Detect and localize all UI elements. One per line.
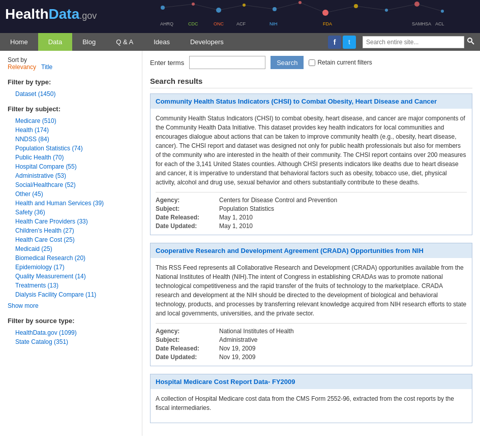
svg-line-30: [472, 42, 474, 45]
svg-line-12: [193, 4, 219, 10]
filter-health-care-providers[interactable]: Health Care Providers (33): [15, 218, 88, 225]
filter-epidemiology[interactable]: Epidemiology (17): [15, 264, 65, 271]
subject-value-1: Population Statistics: [219, 205, 467, 212]
list-item: Health (174): [15, 126, 134, 134]
subject-label-1: Subject:: [156, 205, 217, 212]
filter-quality-measurement[interactable]: Quality Measurement (14): [15, 273, 86, 280]
result-title-3[interactable]: Hospital Medicare Cost Report Data- FY20…: [156, 378, 295, 386]
list-item: Public Health (70): [15, 153, 134, 161]
logo-gov: .gov: [79, 11, 97, 21]
result-card-2-header: Cooperative Research and Development Agr…: [151, 243, 472, 258]
header: HealthData.gov AHRQ: [0, 0, 480, 33]
nav-ideas[interactable]: Ideas: [143, 33, 180, 51]
nav-developers[interactable]: Developers: [180, 33, 234, 51]
svg-text:AHRQ: AHRQ: [160, 21, 173, 26]
nav-blog[interactable]: Blog: [72, 33, 106, 51]
list-item: State Catalog (351): [15, 338, 134, 345]
result-title-2[interactable]: Cooperative Research and Development Agr…: [156, 247, 424, 254]
svg-line-11: [163, 4, 193, 8]
svg-point-29: [468, 38, 472, 42]
result-desc-1: Community Health Status Indicators (CHSI…: [156, 114, 467, 187]
nav-home[interactable]: Home: [0, 33, 38, 51]
sort-section: Sort by Relevancy Title: [8, 56, 134, 71]
filter-administrative[interactable]: Administrative (53): [15, 172, 66, 179]
list-item: Health and Human Services (39): [15, 199, 134, 207]
filter-public-health[interactable]: Public Health (70): [15, 154, 64, 161]
filter-dataset[interactable]: Dataset (1450): [15, 90, 55, 98]
search-results-title: Search results: [150, 77, 472, 88]
filter-subject-title: Filter by subject:: [8, 105, 134, 113]
filter-other[interactable]: Other (45): [15, 190, 43, 198]
filter-population-statistics[interactable]: Population Statistics (74): [15, 145, 83, 152]
date-updated-label-1: Date Updated:: [156, 222, 217, 230]
social-icons: f t: [328, 36, 356, 49]
filter-safety[interactable]: Safety (36): [15, 209, 45, 216]
sort-links: Relevancy Title: [8, 63, 134, 71]
list-item: Quality Measurement (14): [15, 272, 134, 280]
svg-line-19: [386, 4, 417, 10]
sort-title[interactable]: Title: [41, 63, 52, 71]
twitter-icon[interactable]: t: [343, 36, 356, 49]
list-item: Other (45): [15, 190, 134, 198]
result-card-2-body: This RSS Feed represents all Collaborati…: [151, 258, 472, 366]
result-title-1[interactable]: Community Health Status Indicators (CHSI…: [156, 98, 437, 105]
result-desc-3: A collection of Hospital Medicare cost d…: [156, 394, 467, 412]
site-search-button[interactable]: [467, 37, 475, 47]
date-released-label-1: Date Released:: [156, 214, 217, 221]
search-bar: Enter terms Search Retain current filter…: [150, 56, 472, 69]
result-meta-1: Agency: Centers for Disease Control and …: [156, 192, 467, 230]
result-meta-2: Agency: National Institutes of Health Su…: [156, 323, 467, 361]
date-released-label-2: Date Released:: [156, 345, 217, 352]
date-released-value-1: May 1, 2010: [219, 214, 467, 221]
retain-label: Retain current filters: [309, 59, 372, 66]
filter-nndss[interactable]: NNDSS (84): [15, 136, 49, 143]
filter-state-catalog[interactable]: State Catalog (351): [15, 338, 68, 345]
site-search-input[interactable]: [363, 36, 464, 48]
result-card-1-body: Community Health Status Indicators (CHSI…: [151, 109, 472, 235]
main-content: Sort by Relevancy Title Filter by type: …: [0, 51, 480, 436]
result-card-1-header: Community Health Status Indicators (CHSI…: [151, 94, 472, 109]
date-released-value-2: Nov 19, 2009: [219, 345, 467, 352]
enter-terms-label: Enter terms: [150, 59, 184, 67]
list-item: Medicaid (25): [15, 245, 134, 252]
filter-medicaid[interactable]: Medicaid (25): [15, 245, 52, 252]
list-item: Treatments (13): [15, 281, 134, 289]
svg-line-13: [219, 5, 244, 10]
filter-health-human-services[interactable]: Health and Human Services (39): [15, 200, 104, 207]
filter-medicare[interactable]: Medicare (510): [15, 117, 56, 124]
svg-text:FDA: FDA: [323, 21, 332, 26]
show-more-link[interactable]: Show more: [8, 302, 39, 309]
filter-subject-section: Filter by subject: Medicare (510) Health…: [8, 105, 134, 309]
result-desc-2: This RSS Feed represents all Collaborati…: [156, 263, 467, 318]
list-item: Dataset (1450): [15, 90, 134, 98]
filter-treatments[interactable]: Treatments (13): [15, 282, 58, 289]
search-terms-input[interactable]: [189, 56, 265, 69]
nav-data[interactable]: Data: [38, 33, 72, 51]
date-updated-label-2: Date Updated:: [156, 354, 217, 361]
list-item: Medicare (510): [15, 117, 134, 124]
search-button[interactable]: Search: [271, 56, 304, 69]
filter-childrens-health[interactable]: Children's Health (27): [15, 227, 74, 234]
filter-biomedical-research[interactable]: Biomedical Research (20): [15, 254, 85, 262]
filter-health[interactable]: Health (174): [15, 126, 49, 134]
filter-health-care-cost[interactable]: Health Care Cost (25): [15, 236, 75, 243]
list-item: Children's Health (27): [15, 227, 134, 234]
result-card-3-body: A collection of Hospital Medicare cost d…: [151, 389, 472, 423]
result-card-2: Cooperative Research and Development Agr…: [150, 243, 472, 366]
list-item: HealthData.gov (1099): [15, 329, 134, 336]
filter-healthdata-gov[interactable]: HealthData.gov (1099): [15, 329, 77, 336]
list-item: Social/Healthcare (52): [15, 181, 134, 188]
filter-dialysis-facility[interactable]: Dialysis Facility Compare (11): [15, 291, 96, 298]
facebook-icon[interactable]: f: [328, 36, 341, 49]
list-item: NNDSS (84): [15, 135, 134, 143]
sort-relevancy[interactable]: Relevancy: [8, 63, 36, 71]
filter-type-title: Filter by type:: [8, 78, 134, 86]
svg-text:ACF: ACF: [236, 21, 246, 26]
nav-qa[interactable]: Q & A: [106, 33, 143, 51]
retain-checkbox[interactable]: [309, 59, 315, 66]
filter-social-healthcare[interactable]: Social/Healthcare (52): [15, 181, 76, 188]
filter-hospital-compare[interactable]: Hospital Compare (55): [15, 163, 77, 170]
logo: HealthData.gov: [5, 6, 97, 22]
svg-line-15: [275, 3, 300, 9]
svg-text:CDC: CDC: [188, 21, 198, 26]
